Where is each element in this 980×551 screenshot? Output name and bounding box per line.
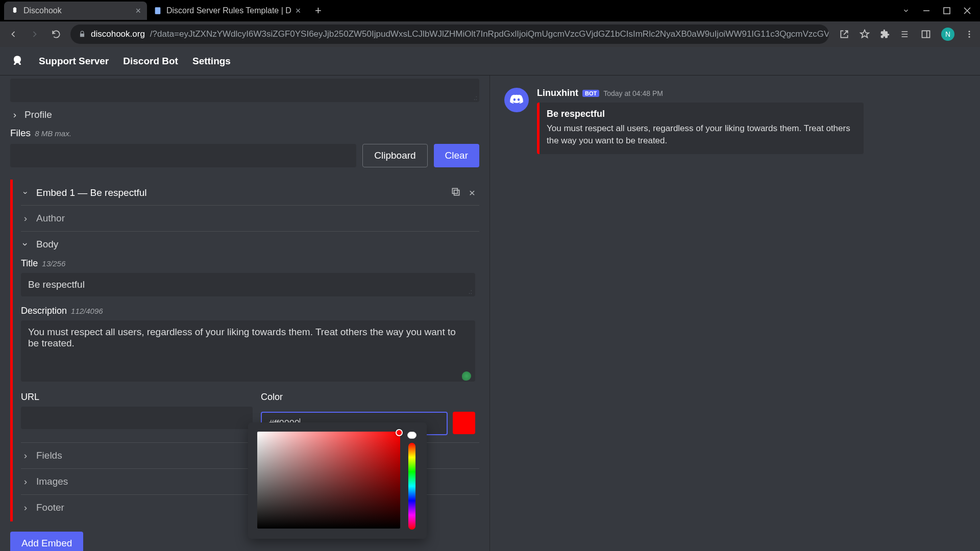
- preview-panel: Linuxhint BOT Today at 04:48 PM Be respe…: [490, 76, 980, 551]
- add-embed-button[interactable]: Add Embed: [10, 532, 83, 551]
- color-swatch[interactable]: [453, 412, 475, 434]
- remove-embed-icon[interactable]: ×: [469, 187, 475, 199]
- hue-thumb[interactable]: [407, 432, 416, 439]
- bot-badge: BOT: [582, 90, 599, 97]
- color-picker-popup: [248, 422, 427, 539]
- color-sv-area[interactable]: [257, 432, 400, 529]
- svg-point-4: [969, 31, 970, 32]
- svg-rect-8: [452, 188, 457, 193]
- images-label: Images: [36, 476, 68, 487]
- discohook-logo-icon: [10, 54, 24, 68]
- tab-favicon: [10, 6, 19, 15]
- discord-avatar-icon: [504, 88, 529, 112]
- title-field-label: Title: [21, 258, 38, 269]
- content-input[interactable]: .:: [10, 79, 479, 102]
- message-preview: Linuxhint BOT Today at 04:48 PM Be respe…: [504, 88, 966, 154]
- chevron-right-icon: ›: [21, 476, 30, 487]
- embed-header-title[interactable]: Embed 1 — Be respectful: [36, 187, 147, 198]
- profile-avatar[interactable]: N: [941, 28, 954, 41]
- description-input[interactable]: [21, 320, 475, 382]
- url-domain: discohook.org: [91, 29, 145, 39]
- kebab-menu-icon[interactable]: [965, 30, 974, 39]
- url-path: /?data=eyJtZXNzYWdlcyI6W3siZGF0YSI6eyJjb…: [150, 29, 829, 39]
- close-icon[interactable]: ×: [135, 6, 141, 16]
- url-field-label: URL: [21, 392, 39, 403]
- back-button[interactable]: [6, 27, 20, 41]
- author-section-toggle[interactable]: › Author: [21, 213, 475, 224]
- svg-point-6: [969, 36, 970, 38]
- duplicate-icon[interactable]: [451, 187, 461, 199]
- close-icon[interactable]: ×: [296, 6, 301, 16]
- color-sv-thumb[interactable]: [396, 429, 403, 436]
- files-label: Files: [10, 128, 31, 139]
- share-icon[interactable]: [839, 29, 849, 39]
- preview-timestamp: Today at 04:48 PM: [603, 89, 663, 97]
- side-panel-icon[interactable]: [921, 29, 931, 39]
- color-field-label: Color: [261, 392, 283, 403]
- svg-rect-1: [944, 8, 950, 14]
- browser-tab[interactable]: Discord Server Rules Template | D ×: [147, 2, 307, 20]
- nav-settings[interactable]: Settings: [192, 56, 231, 67]
- author-label: Author: [36, 213, 65, 224]
- reading-list-icon[interactable]: [900, 29, 911, 39]
- title-char-count: 13/256: [42, 259, 65, 268]
- minimize-icon[interactable]: [923, 7, 930, 14]
- chevron-down-icon[interactable]: ›: [21, 188, 30, 197]
- tab-favicon: [153, 6, 162, 15]
- tab-title: Discohook: [23, 6, 62, 15]
- chevron-right-icon: ›: [21, 502, 30, 513]
- address-bar[interactable]: discohook.org/?data=eyJtZXNzYWdlcyI6W3si…: [70, 24, 829, 44]
- extensions-icon[interactable]: [880, 29, 890, 39]
- browser-tab-bar: Discohook × Discord Server Rules Templat…: [0, 0, 980, 21]
- preview-embed: Be respectful You must respect all users…: [537, 103, 864, 154]
- chevron-right-icon: ›: [21, 213, 30, 224]
- new-tab-button[interactable]: +: [311, 4, 325, 18]
- chevron-right-icon: ›: [21, 450, 30, 461]
- chevron-down-icon: ›: [20, 240, 31, 249]
- clear-button[interactable]: Clear: [434, 144, 479, 167]
- preview-username: Linuxhint: [537, 88, 578, 98]
- resize-grip-icon[interactable]: .:: [469, 288, 472, 295]
- svg-point-5: [969, 34, 970, 35]
- resize-grip-icon[interactable]: .:: [474, 94, 477, 102]
- maximize-icon[interactable]: [943, 7, 950, 14]
- app-header: Support Server Discord Bot Settings: [0, 47, 980, 76]
- svg-rect-2: [922, 31, 930, 37]
- fields-label: Fields: [36, 450, 62, 461]
- browser-toolbar: discohook.org/?data=eyJtZXNzYWdlcyI6W3si…: [0, 21, 980, 47]
- reload-button[interactable]: [49, 27, 63, 41]
- body-label: Body: [36, 239, 58, 250]
- description-field-label: Description: [21, 306, 67, 316]
- nav-discord-bot[interactable]: Discord Bot: [123, 56, 178, 67]
- svg-rect-0: [155, 7, 161, 14]
- profile-label: Profile: [24, 109, 52, 120]
- nav-support-server[interactable]: Support Server: [39, 56, 109, 67]
- footer-label: Footer: [36, 502, 64, 513]
- window-close-icon[interactable]: [964, 7, 971, 14]
- body-section-toggle[interactable]: › Body: [21, 239, 475, 250]
- preview-embed-title: Be respectful: [547, 109, 855, 119]
- editor-panel: .: › Profile Files 8 MB max. Clipboard C…: [0, 76, 490, 551]
- chevron-right-icon: ›: [10, 109, 19, 120]
- preview-embed-description: You must respect all users, regardless o…: [547, 122, 855, 147]
- star-icon[interactable]: [860, 29, 870, 39]
- clipboard-button[interactable]: Clipboard: [362, 144, 427, 167]
- lock-icon: [79, 31, 86, 38]
- emoji-picker-icon[interactable]: [462, 371, 471, 381]
- hue-slider[interactable]: [408, 443, 415, 530]
- forward-button[interactable]: [28, 27, 42, 41]
- browser-tab-active[interactable]: Discohook ×: [4, 2, 147, 20]
- profile-section-toggle[interactable]: › Profile: [10, 102, 479, 128]
- url-input[interactable]: [21, 407, 253, 429]
- tab-title: Discord Server Rules Template | D: [166, 6, 291, 15]
- svg-rect-7: [454, 190, 459, 195]
- description-char-count: 112/4096: [71, 307, 103, 315]
- chevron-down-icon[interactable]: [902, 7, 910, 14]
- files-hint: 8 MB max.: [35, 129, 71, 138]
- file-drop-area[interactable]: [10, 144, 356, 167]
- title-input[interactable]: [21, 273, 475, 296]
